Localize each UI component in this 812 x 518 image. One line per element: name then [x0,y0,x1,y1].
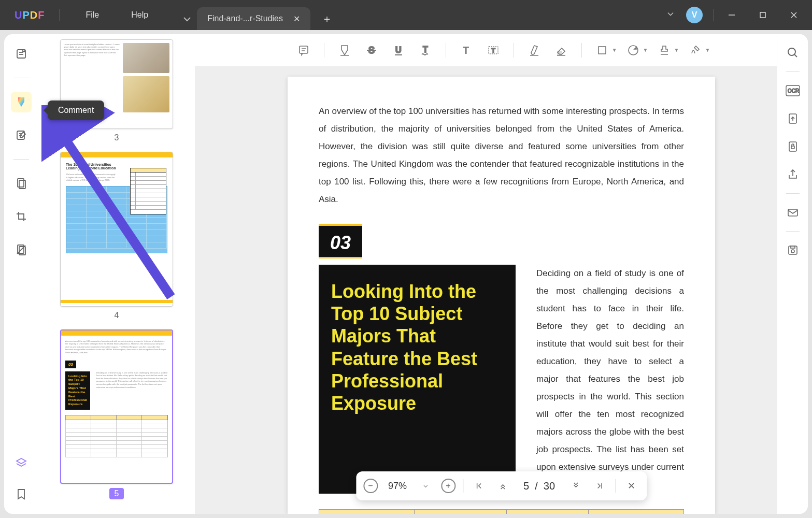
svg-marker-15 [17,458,26,464]
separator [13,159,29,160]
svg-rect-1 [760,12,765,18]
text-button[interactable]: T [455,39,477,61]
search-button[interactable] [783,44,802,62]
page-thumbnail-4[interactable]: The 10 Global Universities Leading the W… [60,152,173,306]
window-more-icon[interactable] [665,9,676,22]
svg-rect-43 [788,209,797,216]
sticker-button[interactable] [622,39,644,61]
table-header: Major [319,510,415,514]
intro-paragraph: An overview of the top 100 universities … [319,103,684,208]
separator [463,479,463,493]
strikethrough-button[interactable]: S [361,39,382,61]
close-bar-button[interactable]: ✕ [623,478,639,494]
shape-button[interactable] [591,39,613,61]
svg-text:OCR: OCR [788,88,799,94]
eraser-button[interactable] [550,39,572,61]
separator [713,9,714,21]
svg-rect-42 [791,146,794,149]
edit-mode-button[interactable] [11,125,32,146]
zoom-in-button[interactable]: + [441,479,455,493]
separator [13,78,29,78]
tab-title: Find-and-...r-Studies [207,14,283,23]
right-toolbar: OCR [777,34,808,514]
bookmark-button[interactable] [11,484,32,505]
organize-pages-button[interactable] [11,173,32,194]
table-header: Mid-Career Salary (Yearly) [414,510,507,514]
zoom-level: 97% [385,481,410,492]
stamp-button[interactable] [653,39,675,61]
protect-button[interactable] [783,137,802,156]
separator [324,43,324,57]
crop-pages-button[interactable] [11,206,32,227]
prev-page-button[interactable] [494,478,511,494]
signature-button[interactable] [684,39,706,61]
underline-button[interactable]: U [388,39,409,61]
chevron-down-icon[interactable]: ▼ [643,47,648,53]
annotation-toolbar: S U T T T [195,34,808,66]
reader-mode-button[interactable] [11,44,32,64]
separator [446,43,446,57]
page-thumbnail-5[interactable]: An overview of the top 100 universities … [60,329,173,484]
squiggly-button[interactable]: T [415,39,436,61]
zoom-out-button[interactable]: − [363,479,378,493]
separator [786,193,800,194]
layers-button[interactable] [11,453,32,473]
tab-list-dropdown[interactable] [180,7,194,30]
document-tab[interactable]: Find-and-...r-Studies ✕ [197,7,310,30]
zoom-dropdown[interactable] [417,478,434,494]
svg-text:T: T [491,47,495,54]
majors-table: Major Mid-Career Salary (Yearly) Median … [319,509,684,514]
thumb5-block: Looking Into the Top 10 Subject Majors T… [65,371,90,410]
menu-file[interactable]: File [79,7,105,23]
highlight-button[interactable] [334,39,355,61]
thumb-number-4: 4 [115,311,119,320]
ocr-button[interactable]: OCR [783,81,802,100]
separator [581,43,582,57]
separator [514,43,514,57]
svg-point-45 [791,250,794,253]
comment-mode-button[interactable] [11,92,32,112]
page-control-bar: − 97% + 5 / 30 ✕ [356,471,647,500]
save-button[interactable] [783,241,802,260]
svg-line-37 [794,54,797,57]
svg-rect-18 [300,46,308,53]
section-marker: 03 [319,224,362,258]
window-minimize-button[interactable] [719,0,745,30]
chevron-down-icon[interactable]: ▼ [705,47,710,53]
svg-rect-31 [558,51,562,54]
thumb5-marker: 03 [65,361,76,368]
email-button[interactable] [783,203,802,222]
new-tab-button[interactable]: ＋ [316,7,338,30]
first-page-button[interactable] [471,478,487,494]
section-title-box: Looking Into the Top 10 Subject Majors T… [319,265,516,494]
window-close-button[interactable] [781,0,807,30]
page-content: An overview of the top 100 universities … [288,77,715,514]
textbox-button[interactable]: T [482,39,504,61]
table-header: Future Growth Percentage [588,510,683,514]
window-maximize-button[interactable] [750,0,776,30]
chevron-down-icon[interactable]: ▼ [674,47,679,53]
svg-text:T: T [423,45,428,54]
last-page-button[interactable] [591,478,608,494]
svg-rect-41 [789,142,796,151]
redact-button[interactable] [11,239,32,260]
section-intro-paragraph: Deciding on a field of study is one of t… [536,265,684,494]
svg-rect-33 [599,47,606,54]
app-logo: UPDF [0,9,59,21]
convert-button[interactable] [783,109,802,128]
pencil-button[interactable] [523,39,545,61]
separator [786,71,800,72]
chevron-down-icon[interactable]: ▼ [612,47,617,53]
sticky-note-button[interactable] [293,39,315,61]
tab-close-button[interactable]: ✕ [293,14,300,24]
user-avatar[interactable]: V [686,7,703,23]
page-indicator[interactable]: 5 / 30 [518,480,560,492]
next-page-button[interactable] [567,478,584,494]
document-viewport[interactable]: An overview of the top 100 universities … [195,66,808,514]
menu-help[interactable]: Help [125,7,154,23]
comment-tooltip: Comment [48,100,104,120]
thumb4-title: The 10 Global Universities Leading the W… [66,163,117,170]
svg-point-36 [788,48,795,55]
svg-text:T: T [463,45,469,56]
share-button[interactable] [783,165,802,184]
